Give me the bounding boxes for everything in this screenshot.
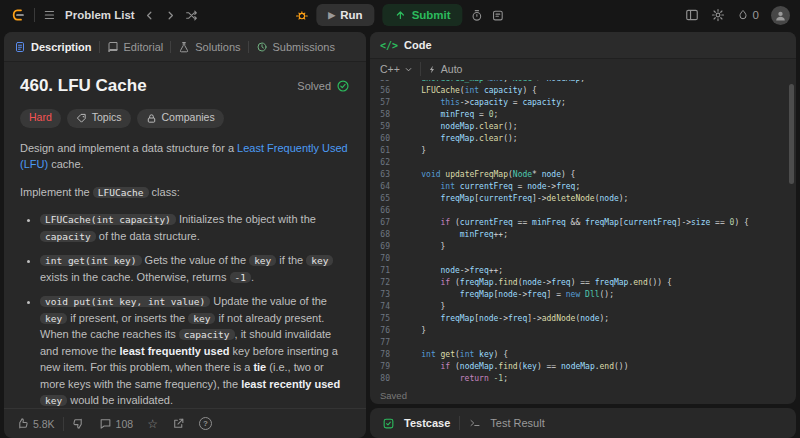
code-token: ; — [494, 110, 499, 119]
code-line[interactable]: 63 void updateFreqMap(Node* node) { — [370, 169, 796, 181]
streak-counter[interactable]: 0 — [737, 9, 759, 21]
gear-icon[interactable] — [711, 8, 725, 22]
code-token: minFreq — [532, 218, 566, 227]
code-line[interactable]: 75 freqMap[node->freq]->addNode(node); — [370, 313, 796, 325]
code-token: new — [566, 290, 580, 299]
help-icon: ? — [199, 417, 212, 430]
thumbs-up-icon — [16, 417, 29, 430]
code-line[interactable]: 66 — [370, 205, 796, 217]
like-button[interactable]: 5.8K — [16, 417, 55, 430]
code-line[interactable]: 80 return -1; — [370, 373, 796, 385]
text-span: Design and implement a data structure fo… — [20, 142, 237, 154]
favorite-button[interactable]: ☆ — [147, 418, 158, 430]
code-line[interactable]: 78 int get(int key) { — [370, 349, 796, 361]
topbar-left: Problem List — [10, 7, 198, 23]
help-button[interactable]: ? — [199, 417, 212, 430]
code-line[interactable]: 65 freqMap[currentFreq]->deleteNode(node… — [370, 193, 796, 205]
description-panel: Description Editorial Solutions — [4, 32, 366, 438]
editor-scrollbar[interactable] — [789, 84, 794, 184]
inline-code: key — [188, 313, 215, 324]
code-line[interactable]: 73 freqMap[node->freq] = new Dll(); — [370, 289, 796, 301]
code-token — [402, 98, 441, 107]
share-button[interactable] — [172, 417, 185, 430]
code-line[interactable]: 57 this->capacity = capacity; — [370, 97, 796, 109]
code-editor[interactable]: 55 unordered_map<int, Node*> nodeMap;56 … — [370, 80, 796, 386]
avatar[interactable] — [771, 6, 790, 25]
debug-icon[interactable] — [295, 9, 308, 22]
save-status: Saved — [370, 386, 796, 404]
line-text: freqMap[node->freq]->addNode(node); — [402, 313, 609, 325]
code-line[interactable]: 64 int currentFreq = node->freq; — [370, 181, 796, 193]
code-line[interactable]: 62 — [370, 157, 796, 169]
tab-test-result[interactable]: Test Result — [490, 417, 544, 429]
code-token: currentFreq — [460, 218, 513, 227]
text-span: would be invalidated. — [67, 394, 173, 406]
timer-icon[interactable] — [471, 9, 484, 22]
lightning-icon — [428, 65, 437, 74]
code-line[interactable]: 74 } — [370, 301, 796, 313]
code-token — [402, 290, 460, 299]
chevron-left-icon[interactable] — [143, 9, 156, 22]
code-token: freqMap — [460, 290, 494, 299]
inline-code: key — [40, 395, 67, 406]
text-span: Update the value of the — [210, 295, 327, 307]
language-selector[interactable]: C++ — [380, 63, 413, 75]
code-token: *> — [532, 80, 546, 83]
code-token: ( — [450, 278, 460, 287]
auto-toggle[interactable]: Auto — [428, 63, 463, 75]
list-item: void put(int key, int value) Update the … — [40, 293, 350, 408]
code-line[interactable]: 60 freqMap.clear(); — [370, 133, 796, 145]
inline-code: LFUCache — [93, 187, 149, 198]
line-number: 67 — [370, 217, 402, 229]
code-token: ++; — [494, 230, 508, 239]
code-line[interactable]: 69 } — [370, 241, 796, 253]
code-line[interactable]: 56 LFUCache(int capacity) { — [370, 85, 796, 97]
tab-testcase[interactable]: Testcase — [404, 417, 450, 429]
dislike-button[interactable] — [72, 417, 85, 430]
code-line[interactable]: 79 if (nodeMap.find(key) == nodeMap.end(… — [370, 361, 796, 373]
difficulty-badge[interactable]: Hard — [20, 109, 61, 128]
code-token: LFUCache — [421, 86, 460, 95]
tab-solutions[interactable]: Solutions — [178, 41, 240, 53]
code-line[interactable]: 76 } — [370, 325, 796, 337]
code-tab-label[interactable]: Code — [404, 39, 432, 51]
tab-description[interactable]: Description — [14, 41, 92, 53]
code-line[interactable]: 70 — [370, 253, 796, 265]
leetcode-logo-icon[interactable] — [10, 7, 26, 23]
line-number: 70 — [370, 253, 402, 265]
comments-button[interactable]: 108 — [99, 417, 134, 430]
code-token: void — [421, 170, 440, 179]
code-line[interactable]: 68 minFreq++; — [370, 229, 796, 241]
code-line[interactable]: 59 nodeMap.clear(); — [370, 121, 796, 133]
layout-icon[interactable] — [685, 8, 699, 22]
topics-badge[interactable]: Topics — [67, 109, 131, 128]
chevron-right-icon[interactable] — [164, 9, 177, 22]
code-line[interactable]: 71 node->freq++; — [370, 265, 796, 277]
code-line[interactable]: 61 } — [370, 145, 796, 157]
code-token: if — [441, 278, 451, 287]
line-text: int get(int key) { — [402, 349, 508, 361]
code-token: freqMap — [441, 134, 475, 143]
testcase-divider — [459, 416, 460, 430]
tab-submissions[interactable]: Submissions — [256, 41, 335, 53]
code-line[interactable]: 77 — [370, 337, 796, 349]
shuffle-icon[interactable] — [185, 9, 198, 22]
run-button[interactable]: ▶ Run — [316, 4, 374, 26]
code-line[interactable]: 67 if (currentFreq == minFreq && freqMap… — [370, 217, 796, 229]
paragraph-intro: Design and implement a data structure fo… — [20, 140, 350, 173]
inline-code: LFUCache(int capacity) — [40, 214, 176, 225]
tab-editorial[interactable]: Editorial — [107, 41, 164, 53]
notes-icon[interactable] — [492, 9, 505, 22]
code-token: currentFreq — [460, 182, 513, 191]
lock-icon — [146, 113, 157, 124]
code-token: key — [522, 362, 536, 371]
problem-list-label[interactable]: Problem List — [65, 9, 135, 21]
submit-button[interactable]: Submit — [383, 4, 463, 26]
companies-badge[interactable]: Companies — [137, 109, 224, 128]
code-token: (); — [503, 122, 517, 131]
code-line[interactable]: 58 minFreq = 0; — [370, 109, 796, 121]
code-line[interactable]: 72 if (freqMap.find(node->freq) == freqM… — [370, 277, 796, 289]
code-token: return — [460, 374, 489, 383]
code-token — [402, 182, 441, 191]
problem-list-icon[interactable] — [43, 8, 57, 22]
